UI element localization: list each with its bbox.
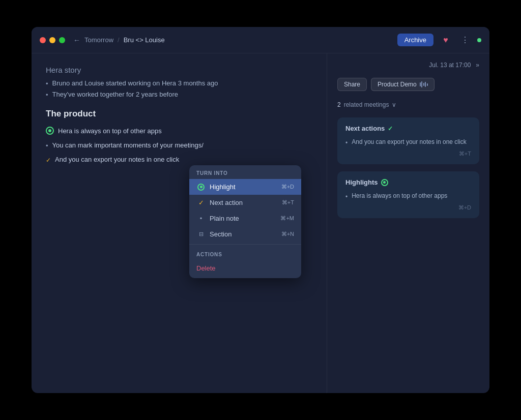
breadcrumb: ← Tomorrow / Bru <> Louise <box>73 36 165 44</box>
menu-item-section[interactable]: ⊟ Section ⌘+N <box>189 226 301 242</box>
next-action-text: And you can export your notes in one cli… <box>352 137 466 146</box>
plain-note-menu-icon: • <box>196 215 206 222</box>
online-status-indicator <box>477 38 481 42</box>
actions-label: ACTIONS <box>189 247 301 260</box>
archive-button[interactable]: Archive <box>397 34 433 46</box>
note-highlight[interactable]: Hera is always on top of other apps <box>46 126 312 136</box>
menu-divider <box>189 244 301 245</box>
next-actions-title: Next actions ✓ <box>345 125 471 132</box>
story-title: Hera story <box>46 66 312 74</box>
next-actions-card: Next actions ✓ • And you can export your… <box>337 117 479 164</box>
breadcrumb-parent[interactable]: Tomorrow <box>84 36 113 44</box>
highlight-shortcut: ⌘+D <box>281 184 294 190</box>
next-action-label: Next action <box>210 199 278 206</box>
next-action-shortcut: ⌘+T <box>282 199 294 206</box>
note-text: Hera is always on top of other apps <box>58 126 162 136</box>
story-bullets: Bruno and Louise started working on Hera… <box>46 79 312 99</box>
highlight-item: • Hera is always on top of other apps <box>345 191 471 201</box>
share-button[interactable]: Share <box>337 78 367 91</box>
minimize-button[interactable] <box>49 37 55 43</box>
bullet-icon: • <box>46 141 48 151</box>
related-count: 2 <box>337 101 341 108</box>
chevron-down-icon: ∨ <box>392 101 396 108</box>
breadcrumb-current: Bru <> Louise <box>124 36 165 44</box>
note-next-action[interactable]: ✓ And you can export your notes in one c… <box>46 155 312 165</box>
menu-item-delete[interactable]: Delete <box>189 260 301 278</box>
traffic-lights <box>40 37 65 43</box>
note-plain[interactable]: • You can mark important moments of your… <box>46 140 312 151</box>
highlight-icon <box>46 127 54 135</box>
highlights-card: Highlights • Hera is always on top of ot… <box>337 171 479 218</box>
section-label: Section <box>210 230 277 238</box>
main-window: ← Tomorrow / Bru <> Louise Archive ♥ ⋮ H… <box>32 27 489 393</box>
highlight-menu-icon <box>196 184 206 191</box>
waveform-icon <box>420 81 428 87</box>
titlebar-actions: Archive ♥ ⋮ <box>397 33 481 47</box>
breadcrumb-separator: / <box>118 36 120 44</box>
menu-item-next-action[interactable]: ✓ Next action ⌘+T <box>189 195 301 211</box>
check-icon: ✓ <box>46 156 51 165</box>
note-text: You can mark important moments of your m… <box>52 140 204 151</box>
right-header: Jul. 13 at 17:00 » <box>337 62 479 69</box>
related-label: related meetings <box>344 101 389 108</box>
main-content: Hera story Bruno and Louise started work… <box>32 53 489 393</box>
back-button[interactable]: ← <box>73 36 80 44</box>
plain-note-shortcut: ⌘+M <box>280 215 294 222</box>
right-actions: Share Product Demo <box>337 78 479 91</box>
section-shortcut: ⌘+N <box>281 231 294 237</box>
turn-into-label: TURN INTO <box>189 165 301 179</box>
context-menu: TURN INTO Highlight ⌘+D ✓ Next action ⌘+… <box>189 165 301 278</box>
note-text: And you can export your notes in one cli… <box>55 155 179 165</box>
related-meetings-toggle[interactable]: 2 related meetings ∨ <box>337 101 479 108</box>
menu-item-highlight[interactable]: Highlight ⌘+D <box>189 179 301 195</box>
plain-note-label: Plain note <box>210 215 276 222</box>
next-actions-shortcut: ⌘+T <box>345 151 471 157</box>
highlight-text: Hera is always on top of other apps <box>352 191 447 200</box>
fullscreen-button[interactable] <box>59 37 65 43</box>
next-action-item: • And you can export your notes in one c… <box>345 137 471 147</box>
product-demo-label: Product Demo <box>378 81 417 88</box>
right-panel: Jul. 13 at 17:00 » Share Product Demo <box>327 53 489 393</box>
titlebar: ← Tomorrow / Bru <> Louise Archive ♥ ⋮ <box>32 27 489 53</box>
left-panel: Hera story Bruno and Louise started work… <box>32 53 327 393</box>
product-demo-button[interactable]: Product Demo <box>371 78 435 91</box>
timestamp: Jul. 13 at 17:00 <box>429 62 471 69</box>
menu-item-plain-note[interactable]: • Plain note ⌘+M <box>189 211 301 226</box>
highlights-title: Highlights <box>345 178 471 186</box>
bullet-icon: • <box>345 192 348 201</box>
list-item: They've worked together for 2 years befo… <box>46 91 312 99</box>
next-action-menu-icon: ✓ <box>196 199 206 206</box>
delete-label: Delete <box>196 264 294 272</box>
highlights-label: Highlights <box>345 178 378 186</box>
more-options-button[interactable]: ⋮ <box>458 33 472 47</box>
list-item: Bruno and Louise started working on Hera… <box>46 79 312 87</box>
section-menu-icon: ⊟ <box>196 231 206 237</box>
highlight-label: Highlight <box>210 183 277 191</box>
expand-button[interactable]: » <box>476 62 479 69</box>
favorite-button[interactable]: ♥ <box>439 33 453 47</box>
highlights-circle-icon <box>381 179 388 186</box>
bullet-icon: • <box>345 138 348 147</box>
next-actions-check-icon: ✓ <box>388 125 393 132</box>
close-button[interactable] <box>40 37 46 43</box>
next-actions-label: Next actions <box>345 125 385 132</box>
product-heading: The product <box>46 109 312 119</box>
highlights-shortcut: ⌘+D <box>345 204 471 211</box>
